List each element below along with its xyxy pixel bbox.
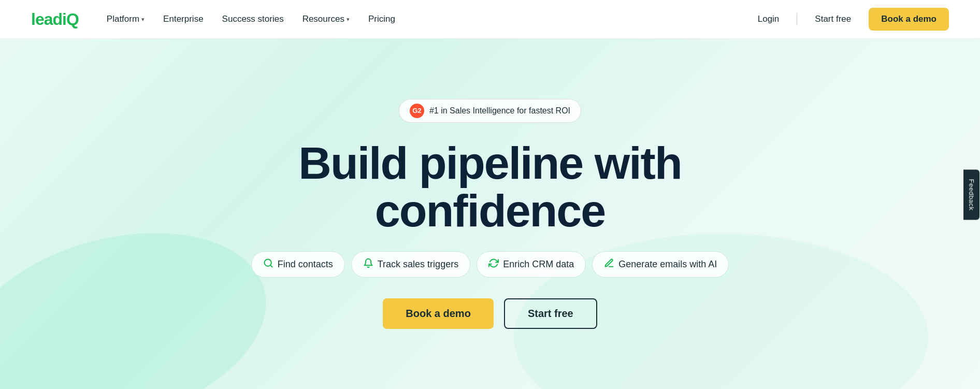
book-demo-nav-button[interactable]: Book a demo (869, 8, 949, 31)
hero-title-line1: Build pipeline with (298, 137, 681, 189)
login-link[interactable]: Login (751, 10, 787, 28)
tab-enrich-crm-label: Enrich CRM data (503, 259, 574, 270)
pencil-icon (604, 258, 614, 271)
g2-icon: G2 (410, 104, 424, 118)
start-free-nav-link[interactable]: Start free (808, 10, 858, 28)
logo[interactable]: leadiQ (31, 10, 79, 29)
svg-line-1 (270, 265, 272, 267)
hero-ctas: Book a demo Start free (383, 298, 597, 329)
hero-content: G2 #1 in Sales Intelligence for fastest … (251, 99, 729, 329)
feedback-tab[interactable]: Feedback (963, 169, 979, 220)
start-free-hero-button[interactable]: Start free (504, 298, 597, 329)
chevron-down-icon: ▾ (141, 16, 145, 23)
hero-tabs: Find contacts Track sales triggers (251, 251, 729, 278)
nav-resources[interactable]: Resources ▾ (295, 10, 357, 28)
book-demo-hero-button[interactable]: Book a demo (383, 298, 494, 329)
hero-badge-text: #1 in Sales Intelligence for fastest ROI (429, 106, 570, 116)
navbar: leadiQ Platform ▾ Enterprise Success sto… (0, 0, 980, 39)
refresh-icon (488, 258, 499, 271)
navbar-right: Login Start free Book a demo (751, 8, 949, 31)
nav-pricing[interactable]: Pricing (361, 10, 402, 28)
hero-title: Build pipeline with confidence (298, 139, 681, 235)
nav-enterprise[interactable]: Enterprise (156, 10, 210, 28)
tab-generate-emails[interactable]: Generate emails with AI (592, 251, 729, 278)
search-icon (263, 258, 273, 271)
navbar-left: leadiQ Platform ▾ Enterprise Success sto… (31, 10, 402, 29)
hero-section: G2 #1 in Sales Intelligence for fastest … (0, 39, 980, 389)
tab-track-sales[interactable]: Track sales triggers (351, 251, 470, 278)
tab-generate-emails-label: Generate emails with AI (618, 259, 717, 270)
tab-track-sales-label: Track sales triggers (378, 259, 458, 270)
chevron-down-icon: ▾ (347, 16, 350, 23)
tab-enrich-crm[interactable]: Enrich CRM data (477, 251, 586, 278)
nav-success-stories[interactable]: Success stories (215, 10, 291, 28)
bell-icon (363, 258, 373, 271)
nav-divider (797, 13, 797, 25)
hero-badge: G2 #1 in Sales Intelligence for fastest … (399, 99, 581, 123)
tab-find-contacts-label: Find contacts (278, 259, 333, 270)
nav-platform[interactable]: Platform ▾ (99, 10, 152, 28)
hero-title-line2: confidence (375, 185, 606, 236)
hero-bg-blob (0, 201, 287, 389)
nav-links: Platform ▾ Enterprise Success stories Re… (99, 10, 402, 28)
tab-find-contacts[interactable]: Find contacts (251, 251, 345, 278)
